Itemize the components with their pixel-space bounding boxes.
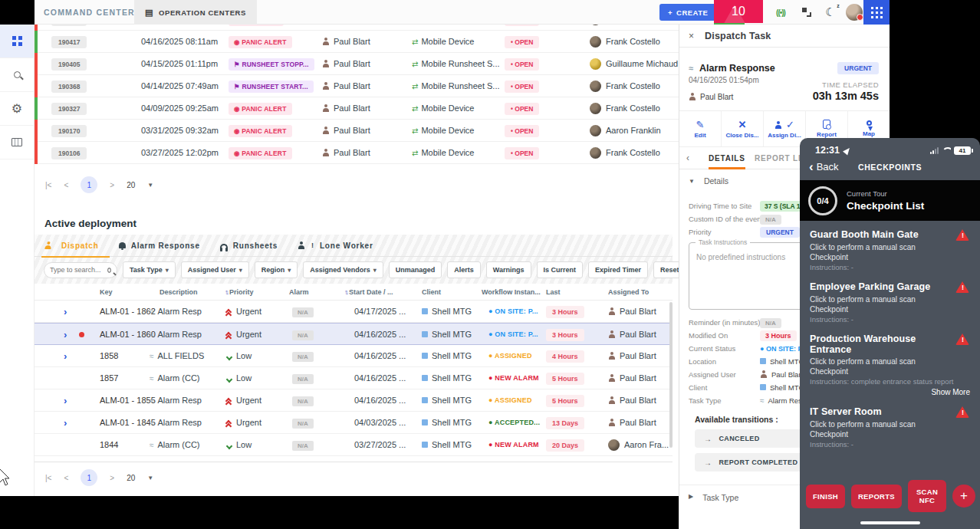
filter-expired-timer[interactable]: Expired Timer: [588, 261, 648, 278]
table-row[interactable]: 190405 04/15/2025 01:11pm ⚑ RUNSHEET STO…: [35, 53, 679, 75]
filter-is-current[interactable]: Is Current: [537, 261, 584, 278]
signal-icon: [930, 147, 939, 154]
column-header-description[interactable]: Description: [159, 284, 198, 301]
urgent-icon: [226, 310, 232, 315]
task-icon: ≈: [150, 396, 154, 405]
table-row[interactable]: 190368 04/14/2025 07:49am ⚑ RUNSHEET STA…: [35, 75, 679, 97]
column-header-assigned-to[interactable]: Assigned To: [608, 284, 649, 301]
tab-dispatch[interactable]: Dispatch: [44, 235, 99, 257]
table-row[interactable]: › 1858 ≈ALL FIELDS Low N/A 04/16/2025 ..…: [35, 345, 673, 367]
filter-alerts[interactable]: Alerts: [447, 261, 481, 278]
page-size[interactable]: 20: [127, 474, 135, 482]
filter-assigned-vendors[interactable]: Assigned Vendors▾: [303, 261, 383, 278]
scan-nfc-button[interactable]: SCAN NFC: [908, 480, 946, 512]
sidebar-item-dashboard[interactable]: [0, 25, 34, 58]
column-header-start-date[interactable]: ↑↓Start Date / ...: [344, 284, 393, 301]
night-mode-icon[interactable]: ☾: [820, 0, 841, 25]
alarm-na-badge: N/A: [292, 330, 314, 340]
filter-warnings[interactable]: Warnings: [486, 261, 531, 278]
column-header-client[interactable]: Client: [422, 284, 441, 301]
table-row[interactable]: › ALM-01 - 1855 ≈Alarm Resp Urgent N/A 0…: [35, 389, 673, 412]
expand-chevron-icon[interactable]: ›: [64, 412, 67, 434]
current-page[interactable]: 1: [81, 176, 97, 193]
chevron-down-icon: ▾: [288, 267, 291, 274]
close-dispatch-button[interactable]: ✕ Close Dis...: [722, 111, 764, 146]
back-button[interactable]: ‹ Back: [809, 161, 839, 172]
broadcast-icon[interactable]: ((•)): [769, 0, 792, 25]
expand-chevron-icon[interactable]: ›: [64, 345, 67, 367]
column-header-workflow[interactable]: Workflow Instan...: [482, 284, 541, 301]
sidebar-item-map[interactable]: [0, 126, 34, 159]
close-icon[interactable]: ×: [689, 31, 694, 41]
apps-grid-button[interactable]: [863, 0, 890, 25]
client-icon: [422, 353, 428, 359]
table-row[interactable]: 190170 03/31/2025 09:32am ◉ PANIC ALERT …: [35, 120, 679, 142]
table-row[interactable]: › ALM-01 - 1862 ≈Alarm Resp Urgent N/A 0…: [35, 301, 673, 323]
chevron-down-icon[interactable]: ▼: [147, 182, 153, 189]
alert-count-badge[interactable]: 10: [714, 0, 763, 23]
scrollbar[interactable]: [669, 302, 673, 448]
tab-report[interactable]: REPORT: [755, 147, 790, 169]
expand-chevron-icon[interactable]: ›: [64, 301, 67, 323]
fullscreen-icon[interactable]: [797, 0, 817, 25]
first-page-button[interactable]: |<: [45, 474, 51, 482]
reports-button[interactable]: REPORTS: [851, 485, 902, 508]
finish-button[interactable]: FINISH: [806, 485, 845, 508]
tab-runsheets[interactable]: Runsheets: [220, 235, 278, 257]
wifi-icon: [942, 147, 951, 154]
checkpoint-item[interactable]: Employee Parking Garage Click to perform…: [810, 281, 970, 324]
panel-title: Dispatch Task: [705, 31, 771, 41]
table-row[interactable]: 1844 ≈Alarm (CC) Low N/A 03/27/2025 ... …: [35, 434, 673, 456]
task-icon: ≈: [689, 64, 693, 73]
column-header-last[interactable]: Last: [546, 284, 561, 301]
column-header-key[interactable]: Key: [100, 284, 113, 301]
avatar[interactable]: [844, 0, 865, 25]
arrow-right-icon: →: [704, 435, 712, 443]
urgency-badge: URGENT: [837, 62, 879, 74]
current-page[interactable]: 1: [81, 469, 97, 486]
tab-alarm-response[interactable]: Alarm Response: [119, 235, 200, 257]
home-indicator[interactable]: [860, 521, 920, 524]
tab-operation-centers[interactable]: ▤ OPERATION CENTERS: [134, 0, 257, 25]
checkpoint-item[interactable]: Production Warehouse Entrance Click to p…: [810, 334, 970, 396]
filter-task-type[interactable]: Task Type▾: [123, 261, 176, 278]
document-icon: [823, 120, 830, 129]
first-page-button[interactable]: |<: [45, 181, 51, 189]
tabs-back-chevron[interactable]: ‹: [686, 147, 690, 169]
checkpoint-item[interactable]: Guard Booth Main Gate Click to perform a…: [810, 229, 970, 271]
search-input-wrap[interactable]: [44, 262, 117, 278]
add-fab-button[interactable]: +: [952, 485, 975, 508]
chevron-down-icon[interactable]: ▼: [147, 475, 153, 481]
expand-chevron-icon[interactable]: ›: [64, 389, 67, 412]
search-input[interactable]: [50, 266, 104, 274]
sidebar-item-search[interactable]: [0, 58, 34, 92]
workflow-status: ● NEW ALARM: [488, 434, 539, 456]
table-row[interactable]: 190431 04/16/2025 04:10pm PANIC ALERT Pa…: [35, 25, 679, 31]
table-row[interactable]: 190327 04/09/2025 09:25am ◉ PANIC ALERT …: [35, 97, 679, 120]
column-header-alarm[interactable]: Alarm: [289, 284, 309, 301]
next-page-button[interactable]: >: [110, 181, 114, 189]
tab-lone-worker[interactable]: ! Lone Worker: [298, 235, 373, 257]
page-size[interactable]: 20: [127, 181, 135, 189]
table-row-selected[interactable]: › ALM-01 - 1860 ≈Alarm Resp Urgent N/A 0…: [35, 323, 673, 345]
show-more-link[interactable]: Show More: [810, 388, 970, 396]
filter-unmanaged[interactable]: Unmanaged: [389, 261, 442, 278]
assign-dispatch-button[interactable]: ✓ Assign Di...: [764, 111, 806, 146]
next-page-button[interactable]: >: [110, 474, 114, 482]
table-row[interactable]: 190106 03/27/2025 12:02pm ◉ PANIC ALERT …: [35, 142, 679, 164]
filter-assigned-user[interactable]: Assigned User▾: [181, 261, 249, 278]
sidebar-item-settings[interactable]: ⚙: [0, 92, 34, 126]
expand-chevron-icon[interactable]: ›: [64, 324, 67, 346]
prev-page-button[interactable]: <: [64, 181, 68, 189]
table-row[interactable]: 1857 ≈Alarm (CC) Low N/A 04/16/2025 ... …: [35, 367, 673, 389]
table-row[interactable]: › ALM-01 - 1845 ≈Alarm Resp Urgent N/A 0…: [35, 412, 673, 434]
checkpoint-item[interactable]: IT Server Room Click to perform a manual…: [810, 406, 970, 449]
column-header-priority[interactable]: ↑↓Priority: [225, 284, 254, 301]
filter-region[interactable]: Region▾: [255, 261, 298, 278]
prev-page-button[interactable]: <: [64, 474, 68, 482]
create-button[interactable]: + CREATE: [659, 4, 716, 21]
table-row[interactable]: 190417 04/16/2025 08:11am ◉ PANIC ALERT …: [35, 31, 679, 53]
tab-details[interactable]: DETAILS: [709, 147, 745, 169]
edit-button[interactable]: ✎ Edit: [679, 111, 722, 146]
details-section-header[interactable]: ▼ Details: [689, 176, 728, 186]
